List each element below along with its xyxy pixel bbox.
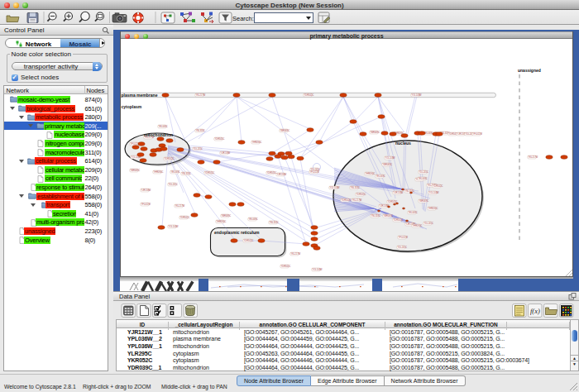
svg-text:YBR069C: YBR069C	[280, 129, 290, 132]
svg-text:YHR094C: YHR094C	[366, 172, 376, 175]
svg-text:endoplasmic reticulum: endoplasmic reticulum	[214, 230, 260, 235]
svg-text:YNL318C: YNL318C	[182, 172, 191, 175]
svg-text:YDL245C: YDL245C	[398, 246, 407, 249]
svg-text:YHR094C: YHR094C	[154, 170, 164, 174]
svg-text:YJR158W: YJR158W	[394, 191, 404, 194]
svg-text:YDR345C: YDR345C	[267, 171, 277, 174]
svg-text:YBR069C: YBR069C	[131, 169, 141, 172]
svg-text:YDR345C: YDR345C	[215, 137, 225, 141]
svg-text:YHR094C: YHR094C	[413, 224, 423, 227]
svg-text:YHR094C: YHR094C	[217, 220, 227, 223]
svg-text:YDL245C: YDL245C	[194, 147, 203, 151]
svg-text:YJR158W: YJR158W	[141, 189, 151, 192]
svg-text:f(x): f(x)	[530, 307, 540, 315]
svg-text:YFL011W: YFL011W	[310, 170, 320, 174]
svg-text:YKL217W: YKL217W	[175, 204, 185, 208]
svg-text:YDL245C: YDL245C	[424, 222, 433, 225]
svg-text:unassigned: unassigned	[518, 68, 541, 73]
svg-text:YNL318C: YNL318C	[351, 186, 360, 189]
svg-text:YJR158W: YJR158W	[277, 173, 287, 176]
svg-text:YDR345C: YDR345C	[205, 171, 215, 174]
svg-text:YDR342C: YDR342C	[244, 239, 254, 242]
svg-text:mitochondrion: mitochondrion	[144, 132, 173, 137]
svg-text:YNL318C: YNL318C	[196, 129, 205, 132]
svg-text:YEL069C: YEL069C	[409, 211, 418, 214]
svg-text:YDR342C: YDR342C	[281, 265, 291, 268]
svg-text:YOL103W: YOL103W	[385, 156, 396, 160]
svg-text:YOL103W: YOL103W	[169, 225, 179, 228]
svg-text:YEL069C: YEL069C	[159, 125, 168, 128]
svg-text:nucleus: nucleus	[395, 141, 411, 146]
svg-text:YFL011W: YFL011W	[473, 132, 483, 136]
svg-text:YDL245C: YDL245C	[419, 170, 428, 174]
svg-text:YOL103W: YOL103W	[313, 268, 323, 271]
svg-text:YEL069C: YEL069C	[419, 177, 428, 180]
svg-text:YBR069C: YBR069C	[383, 163, 393, 166]
svg-text:YNL318C: YNL318C	[270, 221, 279, 224]
svg-text:YDR342C: YDR342C	[433, 184, 443, 188]
svg-text:YBR069C: YBR069C	[384, 214, 394, 218]
svg-text:YDR342C: YDR342C	[165, 157, 175, 160]
svg-text:YKL217W: YKL217W	[291, 252, 301, 256]
svg-text:YDR345C: YDR345C	[394, 218, 404, 222]
svg-text:YBR069C: YBR069C	[222, 214, 232, 218]
svg-text:YDL245C: YDL245C	[169, 183, 178, 186]
svg-text:YFL011W: YFL011W	[141, 203, 151, 206]
svg-text:YBR069C: YBR069C	[419, 199, 429, 203]
svg-text:YOL103W: YOL103W	[412, 93, 423, 97]
svg-text:YHR094C: YHR094C	[428, 207, 438, 210]
svg-text:cytoplasm: cytoplasm	[122, 104, 142, 109]
svg-text:YEL069C: YEL069C	[171, 170, 180, 174]
svg-text:YHR094C: YHR094C	[252, 141, 262, 144]
svg-text:YDR342C: YDR342C	[180, 216, 190, 219]
svg-text:YNL318C: YNL318C	[405, 189, 414, 193]
svg-text:YDR345C: YDR345C	[356, 193, 366, 196]
svg-text:YJR158W: YJR158W	[221, 151, 231, 155]
svg-text:YDR342C: YDR342C	[342, 198, 352, 202]
svg-text:YKL217W: YKL217W	[196, 93, 206, 97]
svg-text:YEL069C: YEL069C	[249, 218, 258, 221]
svg-text:YFL011W: YFL011W	[399, 236, 409, 239]
svg-text:YOL103W: YOL103W	[429, 191, 440, 194]
svg-text:YEL069C: YEL069C	[376, 174, 385, 178]
svg-text:YKL217W: YKL217W	[352, 198, 362, 202]
svg-text:plasma membrane: plasma membrane	[122, 93, 158, 98]
svg-text:YDR342C: YDR342C	[304, 93, 314, 97]
svg-text:YOL103W: YOL103W	[330, 186, 341, 189]
svg-text:YKL217W: YKL217W	[529, 155, 538, 159]
svg-text:YNL318C: YNL318C	[371, 214, 380, 218]
svg-text:YBR069C: YBR069C	[371, 131, 380, 134]
